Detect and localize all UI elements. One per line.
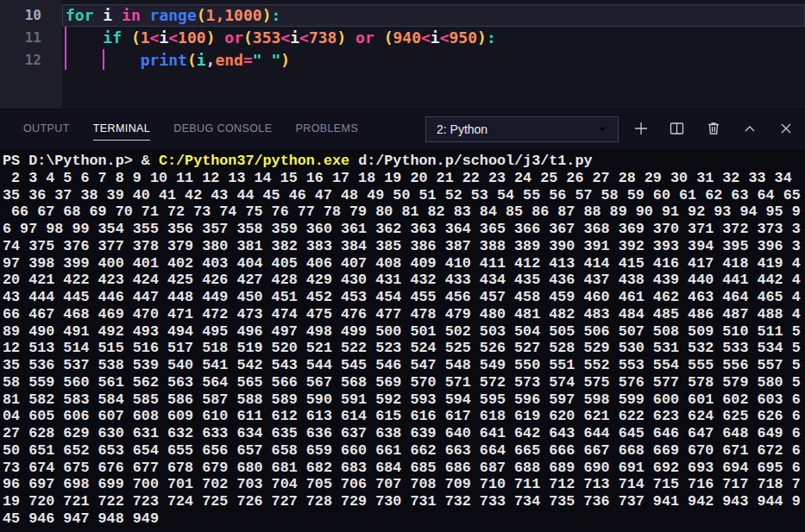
code-line: 10for i in range(1,1000):	[0, 4, 805, 27]
line-number: 11	[0, 27, 41, 49]
terminal-output-line: 35 536 537 538 539 540 541 542 543 544 5…	[3, 357, 805, 374]
terminal-output-line: 73 674 675 676 677 678 679 680 681 682 6…	[3, 460, 805, 477]
terminal-output-line: 6 97 98 99 354 355 356 357 358 359 360 3…	[3, 221, 805, 238]
terminal-output-line: 43 444 445 446 447 448 449 450 451 452 4…	[3, 289, 805, 306]
terminal-prompt-line: PS D:\Python.p> & C:/Python37/python.exe…	[3, 153, 805, 170]
close-icon	[778, 121, 794, 139]
terminal-output-line: 20 421 422 423 424 425 426 427 428 429 4…	[3, 272, 805, 289]
tab-output[interactable]: OUTPUT	[23, 116, 70, 143]
code-text: for i in range(1,1000):	[41, 4, 280, 27]
terminal-select-value: 2: Python	[437, 122, 487, 136]
terminal-output-line: 97 398 399 400 401 402 403 404 405 406 4…	[3, 255, 805, 272]
tab-debug-console[interactable]: DEBUG CONSOLE	[173, 116, 272, 143]
terminal-output-line: 74 375 376 377 378 379 380 381 382 383 3…	[3, 238, 805, 255]
split-terminal-button[interactable]	[669, 122, 685, 138]
indent-guide	[103, 49, 104, 70]
terminal-select[interactable]: 2: Python	[425, 116, 619, 142]
terminal-output-line: 2 3 4 5 6 7 8 9 10 11 12 13 14 15 16 17 …	[3, 170, 805, 187]
trash-icon	[706, 121, 721, 139]
terminal-output-line: 12 513 514 515 516 517 518 519 520 521 5…	[3, 340, 805, 357]
close-panel-button[interactable]	[777, 122, 794, 138]
maximize-panel-button[interactable]	[741, 122, 758, 138]
code-text: if (1<i<100) or(353<i<738) or (940<i<950…	[41, 27, 496, 49]
terminal-output-line: 66 467 468 469 470 471 472 473 474 475 4…	[3, 306, 805, 323]
panel-actions	[632, 122, 794, 138]
terminal-output-line: 19 720 721 722 723 724 725 726 727 728 7…	[3, 493, 805, 510]
terminal-output-line: 89 490 491 492 493 494 495 496 497 498 4…	[3, 323, 805, 341]
code-line: 11 if (1<i<100) or(353<i<738) or (940<i<…	[0, 27, 805, 49]
new-terminal-button[interactable]	[632, 122, 649, 138]
terminal-output-line: 58 559 560 561 562 563 564 565 566 567 5…	[3, 374, 805, 391]
plus-icon	[633, 121, 649, 139]
chevron-up-icon	[742, 121, 758, 139]
chevron-down-icon	[595, 122, 609, 136]
tab-problems[interactable]: PROBLEMS	[295, 116, 358, 143]
code-lines: 10for i in range(1,1000):11 if (1<i<100)…	[0, 4, 805, 72]
split-pane-icon	[669, 121, 685, 139]
terminal-output-line: 35 36 37 38 39 40 41 42 43 44 45 46 47 4…	[3, 187, 805, 204]
kill-terminal-button[interactable]	[705, 122, 721, 138]
indent-guide	[65, 27, 66, 70]
terminal-output-line: 50 651 652 653 654 655 656 657 658 659 6…	[3, 442, 805, 460]
terminal-output-line: 04 605 606 607 608 609 610 611 612 613 6…	[3, 408, 805, 425]
terminal-output-line: 27 628 629 630 631 632 633 634 635 636 6…	[3, 425, 805, 442]
terminal-output-line: 81 582 583 584 585 586 587 588 589 590 5…	[3, 391, 805, 409]
line-number: 12	[0, 49, 41, 72]
terminal-output-line: 45 946 947 948 949	[3, 510, 805, 528]
panel-tabs: OUTPUTTERMINALDEBUG CONSOLEPROBLEMS	[23, 116, 358, 143]
tab-terminal[interactable]: TERMINAL	[93, 116, 150, 143]
code-editor[interactable]: 10for i in range(1,1000):11 if (1<i<100)…	[0, 0, 805, 109]
code-text: print(i,end=" ")	[41, 49, 290, 72]
panel-header: OUTPUTTERMINALDEBUG CONSOLEPROBLEMS 2: P…	[0, 109, 805, 149]
code-line: 12 print(i,end=" ")	[0, 49, 805, 72]
line-number: 10	[0, 4, 41, 27]
terminal-output[interactable]: PS D:\Python.p> & C:/Python37/python.exe…	[0, 149, 805, 532]
terminal-output-line: 96 697 698 699 700 701 702 703 704 705 7…	[3, 476, 805, 493]
terminal-output-line: 66 67 68 69 70 71 72 73 74 75 76 77 78 7…	[3, 203, 805, 221]
vscode-window: 10for i in range(1,1000):11 if (1<i<100)…	[0, 0, 805, 532]
